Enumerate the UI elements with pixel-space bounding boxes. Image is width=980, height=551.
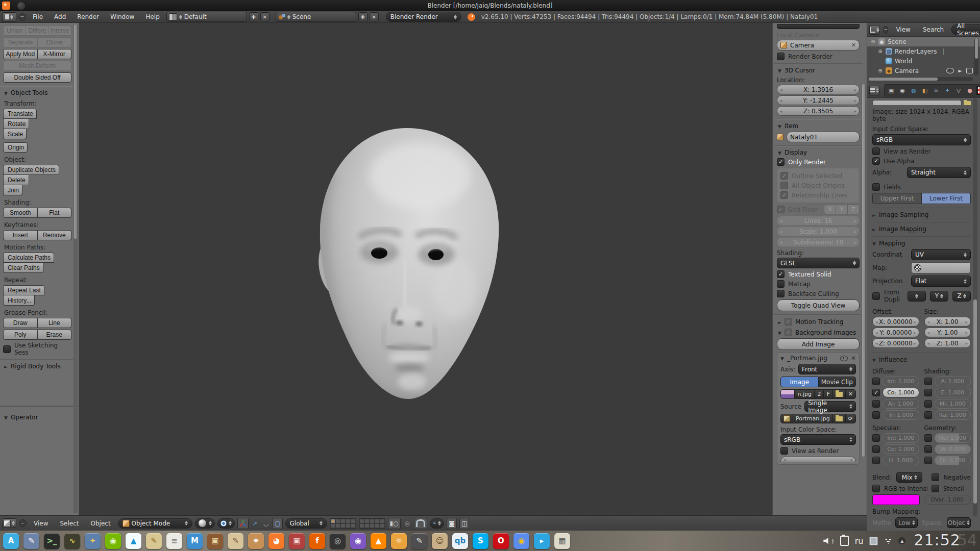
view-as-render-checkbox[interactable] — [872, 147, 880, 155]
shading-raymir-checkbox[interactable] — [924, 411, 932, 419]
remove-keyframe-button[interactable]: Remove — [38, 230, 72, 240]
cursor-panel-header[interactable]: 3D Cursor — [778, 67, 860, 74]
offset-z-slider[interactable]: Z: 0.00000 — [872, 338, 919, 348]
geometry-warp-slider[interactable]: W: 0.000 — [935, 444, 971, 454]
material-tab-icon[interactable]: ● — [965, 86, 975, 95]
axis-y-selector[interactable]: Y — [930, 291, 948, 302]
users-count-button[interactable]: 2 — [815, 389, 824, 399]
smooth-button[interactable]: Smooth — [3, 208, 38, 218]
object-data-tab-icon[interactable]: ▽ — [953, 86, 964, 95]
use-sketching-row[interactable]: Use Sketching Sess — [3, 342, 71, 356]
operator-panel-header[interactable]: Operator — [4, 414, 76, 421]
repeat-last-button[interactable]: Repeat Last — [3, 285, 44, 295]
sculpted-head-model[interactable] — [79, 23, 772, 515]
grid-x-toggle[interactable]: X — [824, 205, 836, 214]
camera-field[interactable]: Camera ✕ — [777, 40, 860, 51]
taskbar-app-paint-app[interactable]: ✷ — [248, 533, 264, 549]
outliner-search-menu[interactable]: Search — [918, 26, 948, 33]
matcap-row[interactable]: Matcap — [777, 280, 860, 288]
specular-intensity-checkbox[interactable] — [872, 434, 880, 442]
translate-manipulator-icon[interactable]: ➚ — [251, 518, 259, 529]
shading-raymir-slider[interactable]: Ra: 1.000 — [935, 410, 971, 420]
taskbar-app-telegram[interactable]: ▸ — [534, 533, 550, 549]
pivot-point-selector[interactable] — [217, 518, 235, 529]
opengl-render-icon[interactable]: ◙ — [447, 518, 457, 529]
lower-first-button[interactable]: Lower First — [922, 193, 971, 204]
collapse-icon[interactable]: ⊖ — [870, 39, 876, 44]
mode-selector[interactable]: Object Mode — [118, 518, 192, 529]
cursor-x-slider[interactable]: X: 1.3916 — [777, 85, 860, 94]
taskbar-app-contacts[interactable]: ☺ — [432, 533, 448, 549]
rgb-to-intensity-checkbox[interactable] — [872, 485, 880, 492]
clipped-opacity-slider[interactable] — [780, 457, 856, 462]
scrollbar-thumb[interactable] — [74, 24, 77, 239]
viewport-view-menu[interactable]: View — [29, 520, 53, 527]
mesh-deform-button[interactable]: Mesh Deform — [3, 61, 71, 71]
gp-line-button[interactable]: Line — [38, 318, 72, 328]
separate-button[interactable]: Separate — [3, 37, 38, 47]
taskbar-app-arch-menu[interactable]: A — [3, 533, 19, 549]
taskbar-app-gimp[interactable]: ✎ — [411, 533, 427, 549]
use-alpha-row[interactable]: Use Alpha — [872, 157, 971, 165]
movie-clip-tab[interactable]: Movie Clip — [819, 377, 856, 387]
source-selector[interactable]: Single Image — [804, 401, 856, 412]
grid-scale-slider[interactable]: Scale: 1.000 — [777, 227, 860, 236]
size-z-slider[interactable]: Z: 1.00 — [924, 338, 971, 348]
specular-color-slider[interactable]: Co: 1.000 — [883, 444, 919, 454]
space-selector[interactable]: Objec — [947, 517, 971, 528]
cursor-z-slider[interactable]: Z: 0.3505 — [777, 106, 860, 116]
render-border-checkbox[interactable] — [777, 53, 785, 60]
scrollbar-thumb[interactable] — [973, 299, 977, 504]
taskbar-app-firefox[interactable]: f — [309, 533, 325, 549]
diffuse-intensity-checkbox[interactable] — [872, 378, 880, 385]
background-images-checkbox[interactable] — [785, 329, 792, 336]
gp-erase-button[interactable]: Erase — [38, 330, 72, 340]
backface-culling-checkbox[interactable] — [777, 290, 785, 297]
image-thumbnail-icon[interactable] — [780, 389, 795, 399]
visibility-eye-icon[interactable] — [840, 356, 848, 361]
modifiers-tab-icon[interactable]: ✦ — [942, 86, 952, 95]
blend-color-swatch[interactable] — [872, 494, 920, 505]
render-engine-selector[interactable]: Blender Render — [386, 12, 461, 22]
projection-selector[interactable]: Flat — [911, 276, 971, 287]
stencil-checkbox[interactable] — [932, 485, 939, 492]
geometry-normal-slider[interactable]: No: 1.000 — [935, 433, 971, 443]
menu-file[interactable]: File — [28, 13, 47, 20]
menu-add[interactable]: Add — [50, 13, 70, 20]
outliner-editor-type-selector[interactable] — [869, 25, 880, 35]
clear-paths-button[interactable]: Clear Paths — [3, 263, 43, 273]
shading-ambient-checkbox[interactable] — [924, 378, 932, 385]
add-screen-layout-button[interactable]: ✚ — [249, 12, 258, 21]
unlink-image-button[interactable]: ✕ — [846, 389, 856, 399]
layers-grid-2[interactable] — [359, 518, 385, 529]
toggle-quad-view-button[interactable]: Toggle Quad View — [777, 299, 860, 311]
taskbar-app-notes[interactable]: ✎ — [146, 533, 162, 549]
mapping-panel-header[interactable]: Mapping — [872, 236, 971, 247]
image-file-name[interactable]: Portman.jpg — [793, 414, 833, 423]
geometry-displace-slider[interactable]: Di: 0.200 — [935, 456, 971, 465]
motion-tracking-panel-header[interactable]: Motion Tracking — [778, 318, 860, 325]
collapse-menus-icon[interactable]: − — [19, 519, 27, 527]
remove-image-icon[interactable]: ✕ — [851, 355, 856, 362]
visibility-eye-icon[interactable] — [946, 68, 954, 73]
union-button[interactable]: Union — [3, 26, 26, 36]
taskbar-app-terminal[interactable]: >_ — [44, 533, 60, 549]
fake-user-button[interactable]: F — [824, 389, 832, 399]
screen-layout-selector[interactable]: Default — [166, 12, 247, 22]
taskbar-app-sketch-app[interactable]: ✎ — [228, 533, 243, 549]
view-as-render-row[interactable]: View as Render — [780, 447, 856, 455]
scrollbar-thumb[interactable] — [862, 84, 865, 457]
origin-button[interactable]: Origin — [3, 142, 28, 153]
outliner-row-scene[interactable]: ⊖ ● Scene — [867, 37, 980, 46]
background-image-title-row[interactable]: _Portman.jpg ✕ — [780, 355, 856, 362]
grid-z-toggle[interactable]: Z — [848, 205, 860, 214]
add-scene-button[interactable]: ✚ — [358, 12, 368, 21]
taskbar-app-vlc[interactable]: ▲ — [371, 533, 386, 549]
diffuse-color-slider[interactable]: Co: 1.000 — [883, 388, 919, 397]
diffuse-translucency-slider[interactable]: Tr: 1.000 — [883, 410, 919, 420]
object-tools-panel-header[interactable]: Object Tools — [4, 89, 71, 96]
taskbar-app-arch-logo[interactable]: ▲ — [126, 533, 141, 549]
grid-floor-row[interactable]: Grid Floor X Y Z — [777, 205, 860, 214]
diffuse-color-checkbox[interactable] — [872, 389, 880, 396]
geometry-warp-checkbox[interactable] — [924, 445, 932, 453]
